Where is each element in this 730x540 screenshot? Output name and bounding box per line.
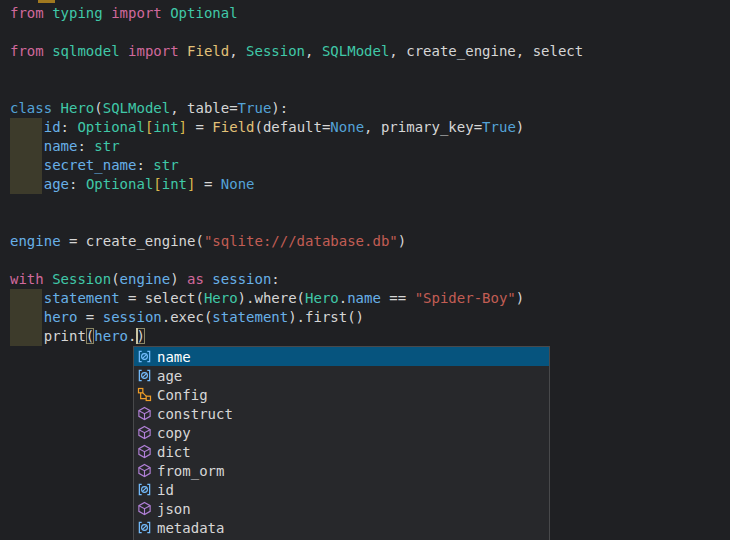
code-token: Hero	[305, 290, 339, 306]
code-token: Optional	[86, 176, 153, 192]
code-token	[10, 157, 44, 173]
suggest-item-label: name	[157, 349, 191, 365]
suggest-item-age[interactable]: age	[134, 366, 549, 385]
code-token: with	[10, 271, 52, 287]
code-token: sqlmodel	[52, 43, 119, 59]
code-token: Field	[212, 119, 254, 135]
code-token: :	[77, 138, 94, 154]
code-token: True	[482, 119, 516, 135]
method-icon	[137, 463, 152, 478]
code-token: [	[153, 176, 161, 192]
suggest-item-label: dict	[157, 444, 191, 460]
code-line: engine = create_engine("sqlite:///databa…	[10, 232, 730, 251]
code-token: )	[170, 271, 187, 287]
suggest-item-copy[interactable]: copy	[134, 423, 549, 442]
code-token: ==	[381, 290, 415, 306]
code-token: (	[94, 100, 102, 116]
code-token: Optional	[170, 5, 237, 21]
suggest-item-name[interactable]: name	[134, 347, 549, 366]
code-line: statement = select(Hero).where(Hero.name…	[10, 289, 730, 308]
code-token: True	[238, 100, 272, 116]
code-token	[10, 176, 44, 192]
code-token: str	[94, 138, 119, 154]
code-token: :	[61, 119, 78, 135]
code-token: ).where(	[238, 290, 305, 306]
code-token: typing	[52, 5, 103, 21]
code-token: session	[103, 309, 162, 325]
code-token: Field	[187, 43, 229, 59]
code-token: name	[347, 290, 381, 306]
code-token: hero	[44, 309, 78, 325]
code-token: engine	[120, 271, 171, 287]
code-line: print(hero.)	[10, 327, 730, 346]
code-token: ,	[229, 43, 246, 59]
suggest-item-label: Config	[157, 387, 208, 403]
code-token: = create_engine(	[61, 233, 204, 249]
suggest-widget: nameageConfigconstructcopydictfrom_ormid…	[133, 346, 550, 540]
code-token: :	[271, 271, 279, 287]
code-token: SQLModel	[103, 100, 170, 116]
code-token: from	[10, 43, 52, 59]
code-line: name: str	[10, 137, 730, 156]
code-token: int	[153, 119, 178, 135]
code-line: from typing import Optional	[10, 4, 730, 23]
suggest-item-from_orm[interactable]: from_orm	[134, 461, 549, 480]
code-token: Optional	[77, 119, 144, 135]
code-token: print	[10, 328, 86, 344]
suggest-item-dict[interactable]: dict	[134, 442, 549, 461]
code-token: ]	[179, 119, 187, 135]
code-token: statement	[212, 309, 288, 325]
code-token: int	[162, 176, 187, 192]
code-token	[10, 309, 44, 325]
code-token: hero	[94, 328, 128, 344]
suggest-item-construct[interactable]: construct	[134, 404, 549, 423]
suggest-item-label: construct	[157, 406, 233, 422]
suggest-item-id[interactable]: id	[134, 480, 549, 499]
code-token: import	[120, 43, 187, 59]
code-token	[10, 290, 44, 306]
method-icon	[137, 444, 152, 459]
code-token: =	[77, 309, 102, 325]
code-token: secret_name	[44, 157, 137, 173]
suggest-item-label: id	[157, 482, 174, 498]
code-token: Session	[52, 271, 111, 287]
code-line: from sqlmodel import Field, Session, SQL…	[10, 42, 730, 61]
suggest-item-label: json	[157, 501, 191, 517]
class-icon	[137, 387, 152, 402]
code-token: None	[330, 119, 364, 135]
code-token: , primary_key=	[364, 119, 482, 135]
code-line: id: Optional[int] = Field(default=None, …	[10, 118, 730, 137]
code-line: class Hero(SQLModel, table=True):	[10, 99, 730, 118]
suggest-item-Config[interactable]: Config	[134, 385, 549, 404]
field-icon	[137, 349, 152, 364]
method-icon	[137, 406, 152, 421]
code-line	[10, 80, 730, 99]
code-token: (default=	[255, 119, 331, 135]
code-token: engine	[10, 233, 61, 249]
code-token: import	[103, 5, 170, 21]
code-token: (	[111, 271, 119, 287]
code-token: statement	[44, 290, 120, 306]
code-token: , create_engine, select	[389, 43, 583, 59]
code-token: from	[10, 5, 52, 21]
suggest-item-json[interactable]: json	[134, 499, 549, 518]
code-token	[10, 138, 44, 154]
code-token: :	[136, 157, 153, 173]
code-token: ):	[271, 100, 288, 116]
code-line: hero = session.exec(statement).first()	[10, 308, 730, 327]
code-token: )	[516, 119, 524, 135]
code-token: )	[516, 290, 524, 306]
code-token: .	[339, 290, 347, 306]
text-cursor	[136, 328, 138, 344]
code-token: Hero	[61, 100, 95, 116]
suggest-item-label: from_orm	[157, 463, 224, 479]
code-token: ).first()	[288, 309, 364, 325]
suggest-item-metadata[interactable]: metadata	[134, 518, 549, 537]
field-icon	[137, 520, 152, 535]
field-icon	[137, 368, 152, 383]
field-icon	[137, 482, 152, 497]
suggest-item-label: copy	[157, 425, 191, 441]
code-token: Session	[246, 43, 305, 59]
code-token: )	[398, 233, 406, 249]
code-token: name	[44, 138, 78, 154]
